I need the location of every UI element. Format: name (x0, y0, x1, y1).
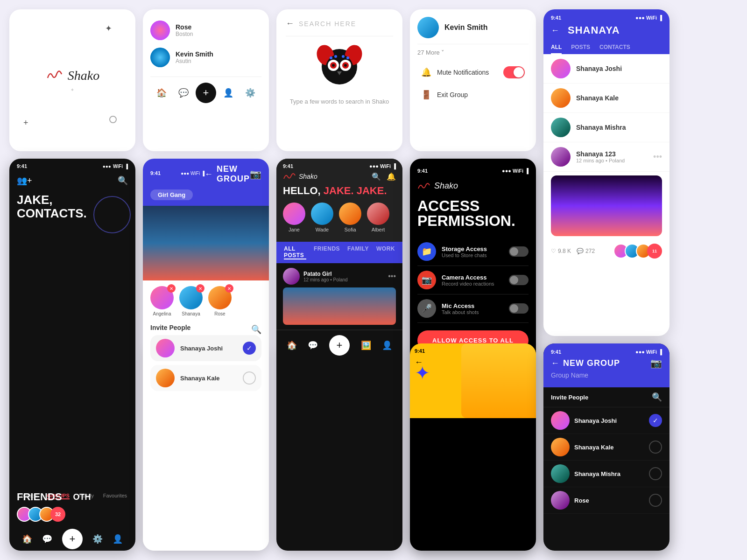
ng-dark-rose[interactable]: Rose (543, 487, 669, 514)
star-decoration-talk: ✦ (415, 362, 430, 384)
contact-item-kevin[interactable]: Kevin Smith Asutin (150, 44, 261, 71)
tab-all-posts[interactable]: ALL POSTS (284, 245, 306, 259)
kevin-more[interactable]: 27 More ˅ (417, 49, 529, 56)
liked-count: 11 (647, 244, 662, 259)
contact-item-rose[interactable]: Rose Boston (150, 17, 261, 44)
profile-icon-hj[interactable]: 👤 (382, 340, 392, 350)
hello-text: HELLO, JAKE. JAKE. (283, 185, 396, 197)
search-icon-top[interactable]: 🔍 (372, 172, 381, 181)
back-arrow-shanaya[interactable]: ← (551, 26, 559, 35)
home-icon-hj[interactable]: 🏠 (287, 340, 297, 350)
home-icon[interactable]: 🏠 (151, 83, 172, 103)
add-button[interactable]: + (196, 83, 216, 103)
post-more-icon[interactable]: ••• (388, 272, 396, 280)
camera-icon-ng[interactable]: 📷 (250, 168, 261, 180)
chat-icon-hj[interactable]: 💬 (308, 340, 318, 350)
friend-sofia[interactable]: Sofia (339, 203, 361, 232)
sel-avatar-shanaya: ✕ Shanaya (179, 286, 203, 316)
exit-icon: 🚪 (421, 90, 431, 100)
friend-jane[interactable]: Jane (283, 203, 305, 232)
shanaya-nav: ← SHANAYA (551, 24, 662, 36)
search-bar[interactable]: ← SEARCH HERE (286, 19, 393, 36)
search-icon-ng-dark[interactable]: 🔍 (652, 392, 662, 402)
exit-group-row[interactable]: 🚪 Exit Group (417, 84, 529, 105)
post-author-info: Patato Girl 12 mins ago • Poland (303, 271, 348, 282)
new-group-dark-phone: 9:41 ●●● WiFi ▐ ← NEW GROUP 📷 Group Name… (543, 343, 669, 551)
person-image (461, 343, 536, 418)
check-rose-dark[interactable] (649, 494, 662, 507)
talk-top-image: 9:41 ●●● WiFi ▐ ← ✦ (410, 343, 536, 418)
add-button-jake[interactable]: + (62, 529, 83, 549)
sel-avatar-angelina: ✕ Angelina (150, 286, 174, 316)
add-contact-icon[interactable]: 👥+ (17, 175, 32, 186)
status-icons-ng: ●●● WiFi ▐ (181, 171, 204, 176)
status-icons: ●●● WiFi ▐ (103, 164, 128, 169)
shanaya-kale-info: Shanaya Kale (576, 94, 619, 102)
shanaya-header: 9:41 ●●● WiFi ▐ ← SHANAYA ALL Posts Cont… (543, 9, 669, 54)
remove-angelina[interactable]: ✕ (167, 284, 176, 293)
jake-friends-section: FRIENDS OTH 32 (9, 485, 135, 527)
storage-toggle[interactable] (509, 246, 529, 257)
profile-icon[interactable]: ⚙️ (240, 83, 261, 103)
star-decoration-top: ✦ (105, 23, 112, 34)
search-icon-invite[interactable]: 🔍 (251, 324, 261, 335)
shanaya-tab-posts[interactable]: Posts (571, 44, 590, 54)
bell-icon-top[interactable]: 🔔 (387, 172, 396, 181)
tab-friends[interactable]: Friends (314, 245, 340, 259)
shanaya-mishra-item[interactable]: Shanaya Mishra (543, 113, 669, 142)
gallery-icon-hj[interactable]: 🖼️ (361, 340, 371, 350)
shanaya-joshi-item[interactable]: Shanaya Joshi (543, 54, 669, 84)
invite-shanaya-kale[interactable]: Shanaya Kale (150, 365, 261, 391)
back-arrow-icon[interactable]: ← (286, 19, 294, 28)
camera-toggle[interactable] (509, 275, 529, 285)
hello-jake-phone: 9:41 ●●● WiFi ▐ Shako 🔍 🔔 HELLO, (276, 159, 402, 551)
mic-toggle[interactable] (509, 303, 529, 314)
ng-dark-shanaya-joshi[interactable]: Shanaya Joshi ✓ (543, 407, 669, 434)
check-sk-dark[interactable] (649, 441, 662, 454)
person-icon[interactable]: 👤 (218, 83, 239, 103)
add-button-hj[interactable]: + (329, 335, 350, 356)
remove-shanaya[interactable]: ✕ (196, 284, 204, 293)
check-shanaya-kale-empty[interactable] (243, 371, 256, 385)
mute-notifications-row[interactable]: 🔔 Mute Notifications (417, 61, 529, 84)
heart-icon: ♡ (551, 248, 556, 254)
search-icon-jake[interactable]: 🔍 (118, 175, 128, 186)
shanaya-123-item[interactable]: Shanaya 123 12 mins ago • Poland ••• (543, 142, 669, 172)
check-sm-dark[interactable] (649, 467, 662, 480)
camera-toggle-thumb (510, 276, 518, 284)
post-header: Patato Girl 12 mins ago • Poland ••• (283, 268, 396, 285)
tab-work[interactable]: Work (376, 245, 395, 259)
comments-stat[interactable]: 💬 272 (577, 248, 595, 254)
group-name-badge: Girl Gang (150, 189, 193, 200)
camera-info: Camera Access Record video reactions (442, 274, 494, 287)
settings-icon-jake[interactable]: ⚙️ (92, 534, 103, 544)
back-arrow-ng-dark[interactable]: ← (551, 358, 559, 368)
shanaya-kale-item[interactable]: Shanaya Kale (543, 84, 669, 113)
likes-stat[interactable]: ♡ 9.8 K (551, 248, 571, 254)
check-shanaya-joshi[interactable]: ✓ (243, 342, 256, 355)
shanaya-tab-contacts[interactable]: Contacts (599, 44, 630, 54)
ng-dark-shanaya-mishra[interactable]: Shanaya Mishra (543, 461, 669, 487)
jake-contacts-phone: 9:41 ●●● WiFi ▐ 👥+ 🔍 JAKE, CONTACTS. Con… (9, 159, 135, 551)
friend-wade[interactable]: Wade (311, 203, 333, 232)
ng-dark-header: 9:41 ●●● WiFi ▐ ← NEW GROUP 📷 Group Name (543, 343, 669, 387)
tab-family[interactable]: Family (347, 245, 369, 259)
remove-rose[interactable]: ✕ (225, 284, 233, 293)
avatar-sk-dark (551, 438, 570, 456)
shanaya-tab-all[interactable]: ALL (551, 44, 562, 54)
more-icon-shanaya123[interactable]: ••• (653, 152, 662, 162)
mute-toggle[interactable] (503, 66, 525, 78)
ng-dark-group-name[interactable]: Group Name (551, 369, 662, 382)
profile-icon-jake[interactable]: 👤 (113, 534, 123, 544)
camera-icon-ng-dark[interactable]: 📷 (650, 357, 662, 369)
home-icon-jake[interactable]: 🏠 (22, 534, 32, 544)
friend-albert[interactable]: Albert (367, 203, 389, 232)
invite-shanaya-joshi[interactable]: Shanaya Joshi ✓ (150, 335, 261, 361)
chat-icon[interactable]: 💬 (173, 83, 194, 103)
ng-dark-shanaya-kale[interactable]: Shanaya Kale (543, 434, 669, 461)
star-decoration-bottom: + (23, 118, 28, 128)
back-arrow-new-group[interactable]: ← (204, 169, 213, 179)
check-sj-dark[interactable]: ✓ (649, 414, 662, 427)
chat-icon-jake[interactable]: 💬 (42, 534, 52, 544)
avatar-shanaya-joshi-profile (551, 59, 571, 78)
